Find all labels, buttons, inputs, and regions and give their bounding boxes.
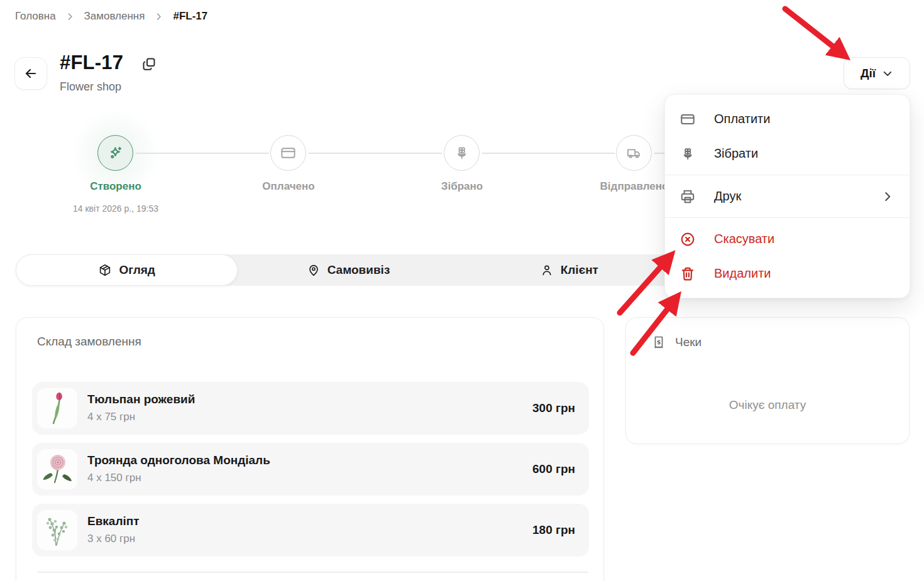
breadcrumb: Головна Замовлення #FL-17 xyxy=(15,10,207,23)
credit-card-icon xyxy=(280,144,297,161)
flower-icon xyxy=(453,144,470,161)
items-total-divider xyxy=(37,572,588,573)
stepper-connector xyxy=(136,153,269,154)
order-item-row[interactable]: Троянда одноголова Мондіаль 4 x 150 грн … xyxy=(32,443,589,496)
menu-item-print[interactable]: Друк xyxy=(665,179,910,214)
pink-rose-photo xyxy=(37,449,77,489)
receipts-empty-text: Очікує оплату xyxy=(626,398,909,412)
flower-icon xyxy=(679,146,696,162)
printer-icon xyxy=(679,188,696,205)
actions-button-label: Дії xyxy=(861,67,876,80)
step-collected-circle xyxy=(444,135,480,171)
chevron-right-icon xyxy=(65,12,75,21)
back-button[interactable] xyxy=(14,57,47,90)
arrow-left-icon xyxy=(23,66,38,81)
menu-item-label: Зібрати xyxy=(714,146,758,161)
tab-pickup[interactable]: Самовивіз xyxy=(238,254,458,286)
svg-text:$: $ xyxy=(657,339,661,345)
truck-icon xyxy=(625,144,642,161)
menu-item-label: Друк xyxy=(714,189,741,204)
annotation-arrow-to-actions xyxy=(785,9,844,55)
chevron-right-icon xyxy=(154,12,163,21)
tab-client-label: Клієнт xyxy=(561,263,598,277)
pink-tulip-photo xyxy=(37,388,77,428)
breadcrumb-orders[interactable]: Замовлення xyxy=(84,10,145,23)
order-item-name: Евкаліпт xyxy=(87,514,140,528)
menu-item-cancel[interactable]: Скасувати xyxy=(665,222,910,256)
menu-item-label: Оплатити xyxy=(714,112,770,126)
step-created-date: 14 квіт 2026 р., 19:53 xyxy=(34,204,197,214)
chevron-down-icon xyxy=(882,68,893,79)
stepper-connector xyxy=(309,153,442,154)
menu-item-label: Скасувати xyxy=(714,232,774,246)
order-item-row[interactable]: Тюльпан рожевий 4 x 75 грн 300 грн xyxy=(32,382,589,435)
chevron-right-icon xyxy=(881,190,894,204)
page-title: #FL-17 xyxy=(60,52,123,74)
menu-item-label: Видалити xyxy=(714,266,771,281)
order-item-qty: 4 x 75 грн xyxy=(87,411,135,423)
menu-item-delete[interactable]: Видалити xyxy=(665,256,910,291)
step-paid-label: Оплачено xyxy=(219,180,358,193)
breadcrumb-current: #FL-17 xyxy=(173,10,207,23)
tab-overview[interactable]: Огляд xyxy=(16,254,238,286)
cancel-circle-icon xyxy=(679,231,696,247)
order-item-qty: 3 x 60 грн xyxy=(87,533,135,545)
order-item-total: 180 грн xyxy=(532,504,575,557)
actions-dropdown-menu: Оплатити Зібрати Друк Скасувати Видалити xyxy=(664,94,910,298)
order-items-card: Склад замовлення Тюльпан рожевий 4 x 75 … xyxy=(16,317,604,581)
stepper-connector xyxy=(482,153,615,154)
step-paid-circle xyxy=(270,135,306,171)
receipts-card-title: Чеки xyxy=(675,335,701,349)
order-item-total: 300 грн xyxy=(532,382,575,435)
tab-client[interactable]: Клієнт xyxy=(459,254,679,286)
breadcrumb-home[interactable]: Головна xyxy=(15,10,56,23)
order-item-row[interactable]: Евкаліпт 3 x 60 грн 180 грн xyxy=(32,504,589,557)
person-icon xyxy=(540,263,554,277)
order-item-qty: 4 x 150 грн xyxy=(87,472,141,484)
order-item-name: Тюльпан рожевий xyxy=(87,393,195,406)
tab-pickup-label: Самовивіз xyxy=(327,263,390,277)
tab-overview-label: Огляд xyxy=(119,263,155,277)
menu-item-collect[interactable]: Зібрати xyxy=(665,136,910,171)
sparkles-icon xyxy=(107,144,124,162)
step-created-label: Створено xyxy=(47,180,185,193)
menu-divider xyxy=(665,217,910,218)
receipts-card: $ Чеки Очікує оплату xyxy=(625,317,910,444)
location-pin-icon xyxy=(307,263,321,277)
menu-divider xyxy=(665,175,910,175)
copy-icon[interactable] xyxy=(141,57,157,72)
page-subtitle: Flower shop xyxy=(60,80,121,94)
receipt-icon: $ xyxy=(651,335,666,350)
order-items-card-title: Склад замовлення xyxy=(37,335,141,349)
credit-card-icon xyxy=(679,111,696,128)
step-created-circle xyxy=(97,135,133,171)
step-shipped-circle xyxy=(616,135,652,171)
trash-icon xyxy=(679,266,696,282)
package-icon xyxy=(98,263,112,277)
order-item-total: 600 грн xyxy=(532,443,575,496)
actions-dropdown-button[interactable]: Дії xyxy=(844,57,910,89)
step-collected-label: Зібрано xyxy=(393,180,531,193)
eucalyptus-photo xyxy=(37,510,77,550)
order-item-name: Троянда одноголова Мондіаль xyxy=(87,453,270,467)
menu-item-pay[interactable]: Оплатити xyxy=(665,102,910,136)
tabbar: Огляд Самовивіз Клієнт xyxy=(16,254,679,286)
